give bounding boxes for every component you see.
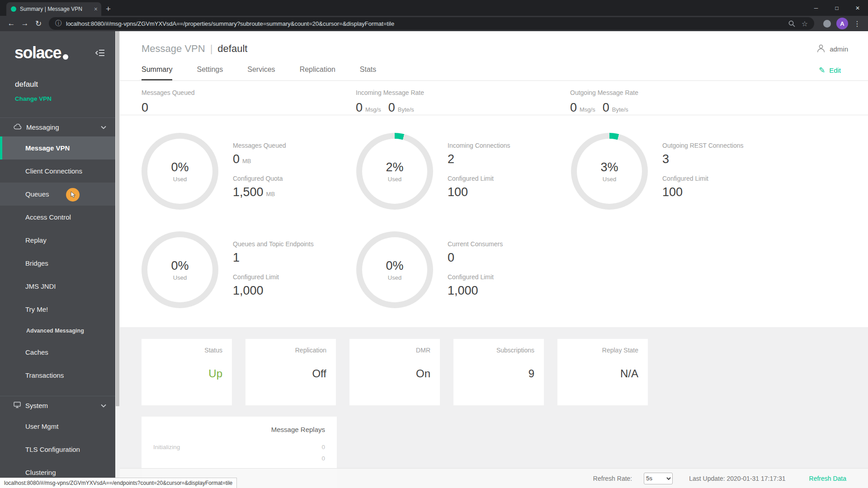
gauge-metric-value: 3 <box>662 152 669 166</box>
donut-chart: 0% Used <box>142 231 218 308</box>
tab-bar: Summary Settings Services Replication St… <box>120 66 868 81</box>
message-replays-title: Message Replays <box>153 426 325 433</box>
sidebar: solace default Change VPN Messaging <box>0 31 115 488</box>
gauge-limit-label: Configured Limit <box>662 175 744 182</box>
cloud-icon <box>14 123 22 131</box>
gauge-used-label: Used <box>173 176 187 183</box>
tile-label: Replay State <box>602 347 638 354</box>
pencil-icon: ✎ <box>819 66 825 75</box>
sidebar-scrollbar[interactable] <box>115 31 120 488</box>
gauge-metric-label: Queues and Topic Endpoints <box>233 240 314 248</box>
sidebar-item-message-vpn[interactable]: Message VPN <box>0 136 115 160</box>
click-indicator <box>66 188 80 202</box>
user-menu[interactable]: admin <box>816 43 848 55</box>
page-header: Message VPN | default admin <box>120 31 868 55</box>
stat-value: 0 <box>142 101 148 115</box>
change-vpn-link[interactable]: Change VPN <box>15 95 115 102</box>
stat-messages-queued: Messages Queued 0 <box>142 89 356 115</box>
sidebar-item-jms-jndi[interactable]: JMS JNDI <box>0 275 115 298</box>
section-label: System <box>25 402 48 409</box>
browser-tab[interactable]: Summary | Message VPN × <box>6 2 101 16</box>
gauge-limit-label: Configured Limit <box>233 273 314 281</box>
tile-replay-state: Replay State N/A <box>557 339 648 405</box>
tile-value: N/A <box>620 367 638 380</box>
replay-row-value: 0 <box>321 455 325 462</box>
reload-icon[interactable]: ↻ <box>32 17 45 30</box>
gauge-limit-value: 100 <box>448 185 468 199</box>
extension-icon[interactable] <box>823 20 831 28</box>
sidebar-item-bridges[interactable]: Bridges <box>0 252 115 275</box>
sidebar-item-tls-configuration[interactable]: TLS Configuration <box>0 438 115 461</box>
zoom-icon[interactable] <box>788 20 795 27</box>
tile-value: Off <box>312 367 326 380</box>
gauge-limit-value: 1,000 <box>233 284 264 297</box>
main-content: Message VPN | default admin Summary Sett… <box>120 31 868 488</box>
system-icon <box>14 402 21 409</box>
sidebar-item-replay[interactable]: Replay <box>0 229 115 252</box>
sidebar-item-access-control[interactable]: Access Control <box>0 206 115 229</box>
donut-chart: 3% Used <box>571 133 648 210</box>
tile-value: On <box>416 367 430 380</box>
sidebar-item-queues[interactable]: Queues <box>0 183 115 206</box>
current-vpn-name: default <box>15 80 115 89</box>
collapse-sidebar-icon[interactable] <box>95 49 105 56</box>
sidebar-item-label: Replay <box>25 236 47 244</box>
sidebar-item-label: User Mgmt <box>25 422 58 430</box>
maximize-button[interactable]: □ <box>826 0 847 16</box>
refresh-rate-select[interactable]: 5s <box>644 473 673 484</box>
gauge-current-consumers: 0% Used Current Consumers 0 Configured L… <box>356 231 571 308</box>
gauge-outgoing-rest-connections: 3% Used Outgoing REST Connections 3 Conf… <box>571 133 786 210</box>
replay-row: 0 <box>153 453 325 464</box>
solace-logo[interactable]: solace <box>14 45 68 61</box>
url-text[interactable]: localhost:8080/#/msg-vpns/ZGVmYXVsdA==/p… <box>66 20 782 27</box>
bookmark-star-icon[interactable]: ☆ <box>802 19 808 28</box>
gauge-messages-queued: 0% Used Messages Queued 0MB Configured Q… <box>142 133 356 210</box>
address-bar[interactable]: ⓘ localhost:8080/#/msg-vpns/ZGVmYXVsdA==… <box>49 17 814 30</box>
tab-replication[interactable]: Replication <box>300 66 335 80</box>
summary-tiles-section: Status Up Replication Off DMR On Subscri… <box>120 327 868 488</box>
edit-button[interactable]: ✎ Edit <box>819 66 841 75</box>
sidebar-item-user-mgmt[interactable]: User Mgmt <box>0 415 115 438</box>
gauge-used-label: Used <box>388 274 401 281</box>
stat-unit: Msg/s <box>365 106 381 113</box>
refresh-data-link[interactable]: Refresh Data <box>809 475 846 482</box>
browser-tab-bar: Summary | Message VPN × + ─ □ ✕ <box>0 0 868 16</box>
sidebar-item-label: Access Control <box>25 213 71 221</box>
browser-menu-icon[interactable]: ⋮ <box>851 19 863 28</box>
tab-title: Summary | Message VPN <box>20 6 90 12</box>
sidebar-item-transactions[interactable]: Transactions <box>0 364 115 387</box>
page-title-prefix: Message VPN <box>142 43 205 55</box>
back-icon[interactable]: ← <box>5 17 18 30</box>
sidebar-item-client-connections[interactable]: Client Connections <box>0 160 115 183</box>
person-icon <box>816 43 826 55</box>
sidebar-item-try-me[interactable]: Try Me! <box>0 298 115 321</box>
gauge-queues-endpoints: 0% Used Queues and Topic Endpoints 1 Con… <box>142 231 356 308</box>
donut-chart: 2% Used <box>356 133 433 210</box>
tab-stats[interactable]: Stats <box>360 66 376 80</box>
profile-avatar[interactable]: A <box>836 18 848 29</box>
gauge-used-label: Used <box>603 176 616 183</box>
app: solace default Change VPN Messaging <box>0 31 868 488</box>
tab-services[interactable]: Services <box>247 66 275 80</box>
sidebar-item-caches[interactable]: Caches <box>0 341 115 364</box>
stat-incoming-rate: Incoming Message Rate 0 Msg/s 0 Byte/s <box>356 89 570 115</box>
stat-value: 0 <box>388 101 395 115</box>
forward-icon[interactable]: → <box>18 17 32 30</box>
tile-status: Status Up <box>142 339 232 405</box>
new-tab-button[interactable]: + <box>106 4 111 14</box>
sidebar-section-messaging[interactable]: Messaging <box>0 117 115 136</box>
minimize-button[interactable]: ─ <box>806 0 826 16</box>
tab-settings[interactable]: Settings <box>197 66 223 80</box>
close-button[interactable]: ✕ <box>847 0 868 16</box>
tab-close-icon[interactable]: × <box>94 6 98 12</box>
scrollbar-thumb[interactable] <box>116 31 119 406</box>
sidebar-item-label: Queues <box>25 190 49 198</box>
gauges-section: 0% Used Messages Queued 0MB Configured Q… <box>120 115 868 308</box>
sidebar-section-system[interactable]: System <box>0 396 115 415</box>
site-info-icon[interactable]: ⓘ <box>55 19 61 28</box>
sidebar-item-label: Try Me! <box>25 305 48 313</box>
gauge-percent: 0% <box>386 259 403 273</box>
tab-summary[interactable]: Summary <box>142 66 172 80</box>
gauge-percent: 0% <box>171 160 189 174</box>
window-controls: ─ □ ✕ <box>806 0 868 16</box>
